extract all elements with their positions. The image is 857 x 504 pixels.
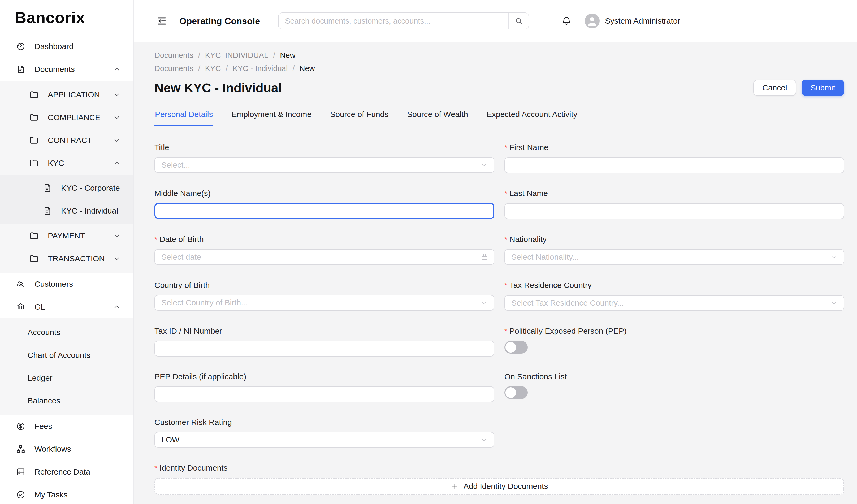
chevron-down-icon: [114, 233, 120, 239]
folder-icon: [29, 113, 39, 122]
breadcrumb-item[interactable]: Documents: [154, 51, 194, 60]
cancel-button[interactable]: Cancel: [753, 80, 796, 96]
sidebar-item-label: TRANSACTION: [48, 254, 105, 263]
sidebar-item-label: APPLICATION: [48, 90, 100, 99]
last-name-input[interactable]: [504, 203, 844, 219]
team-icon: [16, 279, 26, 289]
sidebar-item-kyc[interactable]: KYC: [0, 152, 133, 174]
pep-toggle[interactable]: [504, 341, 528, 354]
sidebar-item-kyc-individual[interactable]: KYC - Individual: [0, 200, 133, 222]
console-title: Operating Console: [179, 16, 260, 26]
field-first-name: *First Name: [504, 142, 844, 173]
breadcrumb-item[interactable]: KYC - Individual: [232, 64, 288, 73]
folder-icon: [29, 136, 39, 145]
add-identity-documents-button[interactable]: Add Identity Documents: [154, 478, 844, 495]
sidebar-item-dashboard[interactable]: Dashboard: [0, 35, 133, 58]
document-icon: [16, 65, 26, 74]
sidebar-item-balances[interactable]: Balances: [0, 389, 133, 412]
field-country-of-birth: Country of Birth Select Country of Birth…: [154, 280, 494, 311]
field-label: Middle Name(s): [154, 188, 494, 199]
form-tabs: Personal Details Employment & Income Sou…: [154, 104, 844, 126]
user-name[interactable]: System Administrator: [605, 16, 680, 26]
sidebar-item-fees[interactable]: Fees: [0, 415, 133, 438]
field-label: Country of Birth: [154, 280, 494, 290]
required-marker: *: [154, 464, 157, 472]
sidebar-item-transaction[interactable]: TRANSACTION: [0, 247, 133, 270]
field-title: Title Select...: [154, 142, 494, 173]
chevron-up-icon: [114, 304, 120, 310]
sidebar-item-label: Customers: [34, 280, 73, 289]
field-label: *Tax Residence Country: [504, 280, 844, 291]
customer-risk-rating-select[interactable]: LOW: [154, 432, 494, 448]
title-select[interactable]: Select...: [154, 157, 494, 173]
sidebar-item-contract[interactable]: CONTRACT: [0, 129, 133, 152]
sidebar-item-label: Fees: [34, 422, 52, 431]
sidebar-item-compliance[interactable]: COMPLIANCE: [0, 106, 133, 129]
sidebar-item-documents[interactable]: Documents: [0, 58, 133, 81]
sidebar-item-workflows[interactable]: Workflows: [0, 438, 133, 460]
pep-details-input[interactable]: [154, 386, 494, 402]
toggle-knob: [505, 387, 516, 398]
search-button[interactable]: [508, 13, 528, 29]
tab-expected-account-activity[interactable]: Expected Account Activity: [486, 104, 578, 126]
field-label: PEP Details (if applicable): [154, 371, 494, 382]
main-area: Operating Console System Administrator D…: [134, 0, 857, 504]
breadcrumb-secondary: Documents/KYC/KYC - Individual/New: [154, 63, 844, 74]
country-of-birth-select[interactable]: Select Country of Birth...: [154, 295, 494, 310]
page-header: New KYC - Individual Cancel Submit: [154, 80, 844, 96]
sidebar-item-application[interactable]: APPLICATION: [0, 83, 133, 106]
date-of-birth-input[interactable]: [154, 249, 494, 265]
nationality-select[interactable]: Select Nationality...: [504, 249, 844, 265]
tab-personal-details[interactable]: Personal Details: [154, 104, 213, 126]
required-marker: *: [504, 189, 507, 198]
field-pep: *Politically Exposed Person (PEP): [504, 326, 844, 356]
sidebar-item-chart-of-accounts[interactable]: Chart of Accounts: [0, 344, 133, 367]
plus-icon: [451, 482, 459, 490]
sidebar-item-reference-data[interactable]: Reference Data: [0, 460, 133, 483]
first-name-input[interactable]: [504, 157, 844, 173]
sidebar-item-ledger[interactable]: Ledger: [0, 367, 133, 389]
sidebar-item-my-tasks[interactable]: My Tasks: [0, 483, 133, 504]
tax-residence-country-select[interactable]: Select Tax Residence Country...: [504, 295, 844, 311]
chevron-down-icon: [481, 436, 487, 443]
middle-name-input[interactable]: [154, 203, 494, 219]
tax-id-input[interactable]: [154, 341, 494, 356]
sidebar-item-label: KYC: [48, 158, 64, 168]
field-pep-details: PEP Details (if applicable): [154, 371, 494, 402]
sidebar-item-kyc-corporate[interactable]: KYC - Corporate: [0, 177, 133, 200]
sidebar-item-label: Chart of Accounts: [28, 351, 90, 360]
breadcrumb-separator: /: [292, 64, 295, 73]
sanctions-list-toggle[interactable]: [504, 386, 528, 399]
chevron-down-icon: [114, 91, 120, 98]
sidebar-item-label: CONTRACT: [48, 136, 92, 145]
field-tax-residence-country: *Tax Residence Country Select Tax Reside…: [504, 280, 844, 311]
field-date-of-birth: *Date of Birth: [154, 234, 494, 265]
folder-icon: [29, 231, 39, 240]
required-marker: *: [504, 235, 507, 243]
breadcrumb-item[interactable]: Documents: [154, 64, 194, 73]
user-avatar[interactable]: [585, 14, 600, 28]
breadcrumb-item[interactable]: KYC_INDIVIDUAL: [205, 51, 269, 60]
field-label: Title: [154, 142, 494, 153]
submit-button[interactable]: Submit: [802, 80, 844, 96]
sidebar-item-payment[interactable]: PAYMENT: [0, 224, 133, 247]
breadcrumb-separator: /: [198, 51, 200, 60]
sidebar-item-accounts[interactable]: Accounts: [0, 321, 133, 344]
tab-source-of-wealth[interactable]: Source of Wealth: [406, 104, 469, 126]
page-title: New KYC - Individual: [154, 81, 282, 95]
tab-employment-income[interactable]: Employment & Income: [231, 104, 312, 126]
search-input[interactable]: [279, 13, 508, 29]
sidebar-item-customers[interactable]: Customers: [0, 273, 133, 296]
dashboard-gauge-icon: [16, 41, 26, 51]
notifications-bell-icon[interactable]: [561, 15, 572, 27]
breadcrumb-item[interactable]: KYC: [205, 64, 221, 73]
sidebar-item-gl[interactable]: GL: [0, 296, 133, 318]
menu-fold-icon[interactable]: [156, 16, 167, 26]
field-last-name: *Last Name: [504, 188, 844, 219]
sidebar-item-label: Balances: [28, 396, 60, 405]
dollar-circle-icon: [16, 421, 26, 431]
field-on-sanctions-list: On Sanctions List: [504, 371, 844, 402]
field-nationality: *Nationality Select Nationality...: [504, 234, 844, 265]
folder-icon: [29, 158, 39, 168]
tab-source-of-funds[interactable]: Source of Funds: [330, 104, 389, 126]
